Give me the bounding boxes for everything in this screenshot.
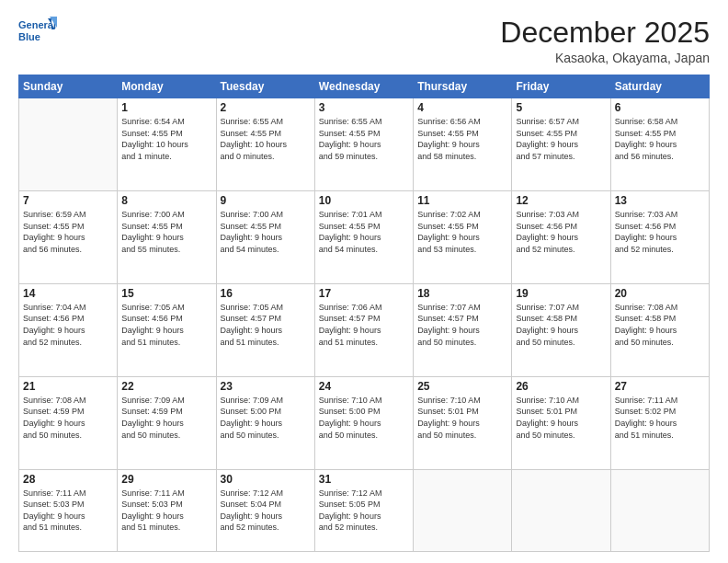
calendar-table: SundayMondayTuesdayWednesdayThursdayFrid… [18,75,710,552]
day-number: 16 [221,287,311,300]
calendar-cell: 26Sunrise: 7:10 AMSunset: 5:01 PMDayligh… [512,376,610,469]
calendar-cell: 28Sunrise: 7:11 AMSunset: 5:03 PMDayligh… [19,469,118,551]
calendar-cell: 8Sunrise: 7:00 AMSunset: 4:55 PMDaylight… [118,191,216,284]
day-info: Sunrise: 7:03 AMSunset: 4:56 PMDaylight:… [516,209,606,255]
calendar-cell [610,469,709,551]
calendar-cell [512,469,610,551]
calendar-cell: 29Sunrise: 7:11 AMSunset: 5:03 PMDayligh… [118,469,216,551]
calendar-cell: 6Sunrise: 6:58 AMSunset: 4:55 PMDaylight… [610,98,709,191]
calendar-cell: 2Sunrise: 6:55 AMSunset: 4:55 PMDaylight… [216,98,314,191]
calendar-cell: 19Sunrise: 7:07 AMSunset: 4:58 PMDayligh… [512,283,610,376]
day-number: 12 [516,194,606,207]
day-number: 6 [615,101,705,114]
calendar-cell: 4Sunrise: 6:56 AMSunset: 4:55 PMDaylight… [414,98,512,191]
day-number: 20 [615,287,705,300]
calendar-cell: 13Sunrise: 7:03 AMSunset: 4:56 PMDayligh… [610,191,709,284]
day-info: Sunrise: 6:57 AMSunset: 4:55 PMDaylight:… [516,116,606,162]
week-row-1: 1Sunrise: 6:54 AMSunset: 4:55 PMDaylight… [19,98,710,191]
day-number: 31 [319,473,409,486]
calendar-cell: 25Sunrise: 7:10 AMSunset: 5:01 PMDayligh… [414,376,512,469]
calendar-cell: 7Sunrise: 6:59 AMSunset: 4:55 PMDaylight… [19,191,118,284]
day-number: 23 [221,380,311,393]
day-number: 15 [121,287,211,300]
calendar-cell: 27Sunrise: 7:11 AMSunset: 5:02 PMDayligh… [610,376,709,469]
day-info: Sunrise: 7:10 AMSunset: 5:01 PMDaylight:… [516,395,606,441]
day-number: 3 [319,101,409,114]
day-number: 19 [516,287,606,300]
day-info: Sunrise: 7:08 AMSunset: 4:58 PMDaylight:… [615,302,705,348]
day-number: 9 [221,194,311,207]
logo-icon: General Blue [18,17,59,44]
day-info: Sunrise: 7:12 AMSunset: 5:04 PMDaylight:… [221,488,311,534]
page: General Blue December 2025 Kasaoka, Okay… [0,0,728,563]
day-info: Sunrise: 6:58 AMSunset: 4:55 PMDaylight:… [615,116,705,162]
col-header-tuesday: Tuesday [216,75,314,98]
day-number: 5 [516,101,606,114]
day-number: 1 [121,101,211,114]
calendar-cell: 12Sunrise: 7:03 AMSunset: 4:56 PMDayligh… [512,191,610,284]
day-info: Sunrise: 7:10 AMSunset: 5:01 PMDaylight:… [417,395,507,441]
week-row-3: 14Sunrise: 7:04 AMSunset: 4:56 PMDayligh… [19,283,710,376]
calendar-cell: 22Sunrise: 7:09 AMSunset: 4:59 PMDayligh… [118,376,216,469]
month-title: December 2025 [500,17,710,49]
col-header-saturday: Saturday [610,75,709,98]
day-info: Sunrise: 6:55 AMSunset: 4:55 PMDaylight:… [221,116,311,162]
day-number: 26 [516,380,606,393]
day-info: Sunrise: 7:05 AMSunset: 4:57 PMDaylight:… [221,302,311,348]
calendar-cell: 11Sunrise: 7:02 AMSunset: 4:55 PMDayligh… [414,191,512,284]
calendar-cell: 5Sunrise: 6:57 AMSunset: 4:55 PMDaylight… [512,98,610,191]
day-info: Sunrise: 7:09 AMSunset: 5:00 PMDaylight:… [221,395,311,441]
day-number: 11 [417,194,507,207]
day-info: Sunrise: 7:10 AMSunset: 5:00 PMDaylight:… [319,395,409,441]
day-info: Sunrise: 7:03 AMSunset: 4:56 PMDaylight:… [615,209,705,255]
day-number: 4 [417,101,507,114]
week-row-2: 7Sunrise: 6:59 AMSunset: 4:55 PMDaylight… [19,191,710,284]
day-number: 22 [121,380,211,393]
calendar-cell: 1Sunrise: 6:54 AMSunset: 4:55 PMDaylight… [118,98,216,191]
day-number: 30 [221,473,311,486]
day-number: 25 [417,380,507,393]
calendar-cell: 23Sunrise: 7:09 AMSunset: 5:00 PMDayligh… [216,376,314,469]
day-info: Sunrise: 7:12 AMSunset: 5:05 PMDaylight:… [319,488,409,534]
day-info: Sunrise: 7:00 AMSunset: 4:55 PMDaylight:… [221,209,311,255]
day-number: 29 [121,473,211,486]
calendar-cell: 21Sunrise: 7:08 AMSunset: 4:59 PMDayligh… [19,376,118,469]
col-header-sunday: Sunday [19,75,118,98]
calendar-cell: 16Sunrise: 7:05 AMSunset: 4:57 PMDayligh… [216,283,314,376]
calendar-cell: 15Sunrise: 7:05 AMSunset: 4:56 PMDayligh… [118,283,216,376]
calendar-cell: 3Sunrise: 6:55 AMSunset: 4:55 PMDaylight… [314,98,413,191]
day-number: 24 [319,380,409,393]
day-number: 10 [319,194,409,207]
calendar-cell: 20Sunrise: 7:08 AMSunset: 4:58 PMDayligh… [610,283,709,376]
day-info: Sunrise: 7:00 AMSunset: 4:55 PMDaylight:… [121,209,211,255]
day-info: Sunrise: 6:59 AMSunset: 4:55 PMDaylight:… [23,209,113,255]
calendar-cell: 9Sunrise: 7:00 AMSunset: 4:55 PMDaylight… [216,191,314,284]
day-number: 28 [23,473,113,486]
calendar-header-row: SundayMondayTuesdayWednesdayThursdayFrid… [19,75,710,98]
day-info: Sunrise: 7:09 AMSunset: 4:59 PMDaylight:… [121,395,211,441]
day-info: Sunrise: 7:05 AMSunset: 4:56 PMDaylight:… [121,302,211,348]
day-info: Sunrise: 6:54 AMSunset: 4:55 PMDaylight:… [121,116,211,162]
col-header-thursday: Thursday [414,75,512,98]
week-row-5: 28Sunrise: 7:11 AMSunset: 5:03 PMDayligh… [19,469,710,551]
day-info: Sunrise: 6:56 AMSunset: 4:55 PMDaylight:… [417,116,507,162]
header: General Blue December 2025 Kasaoka, Okay… [18,17,710,65]
day-info: Sunrise: 7:01 AMSunset: 4:55 PMDaylight:… [319,209,409,255]
col-header-monday: Monday [118,75,216,98]
day-number: 17 [319,287,409,300]
calendar-cell [414,469,512,551]
week-row-4: 21Sunrise: 7:08 AMSunset: 4:59 PMDayligh… [19,376,710,469]
day-info: Sunrise: 7:04 AMSunset: 4:56 PMDaylight:… [23,302,113,348]
day-number: 14 [23,287,113,300]
day-info: Sunrise: 7:07 AMSunset: 4:58 PMDaylight:… [516,302,606,348]
calendar-cell: 14Sunrise: 7:04 AMSunset: 4:56 PMDayligh… [19,283,118,376]
day-number: 21 [23,380,113,393]
location: Kasaoka, Okayama, Japan [500,51,710,65]
calendar-cell: 17Sunrise: 7:06 AMSunset: 4:57 PMDayligh… [314,283,413,376]
day-info: Sunrise: 7:07 AMSunset: 4:57 PMDaylight:… [417,302,507,348]
day-info: Sunrise: 7:06 AMSunset: 4:57 PMDaylight:… [319,302,409,348]
calendar-cell: 30Sunrise: 7:12 AMSunset: 5:04 PMDayligh… [216,469,314,551]
calendar-cell: 18Sunrise: 7:07 AMSunset: 4:57 PMDayligh… [414,283,512,376]
day-info: Sunrise: 6:55 AMSunset: 4:55 PMDaylight:… [319,116,409,162]
svg-text:Blue: Blue [18,31,40,42]
